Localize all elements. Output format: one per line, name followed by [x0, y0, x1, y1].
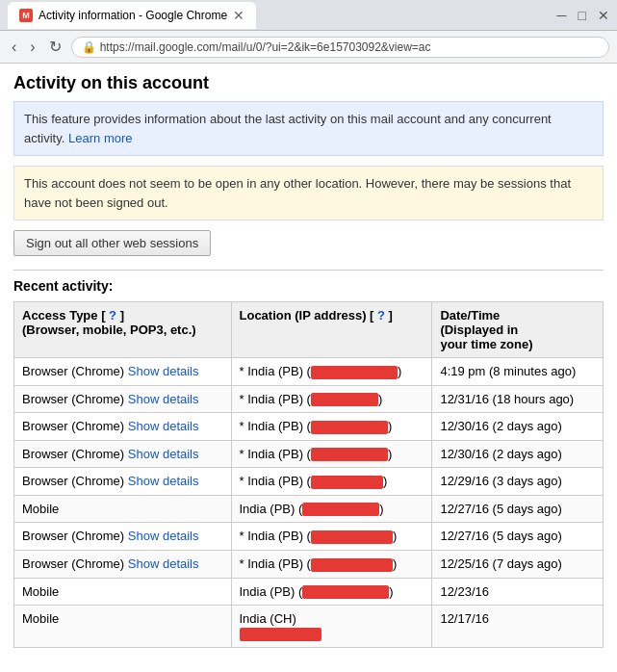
tab-close-icon[interactable]: ✕ [233, 8, 244, 23]
browser-tab[interactable]: M Activity information - Google Chrome ✕ [8, 2, 256, 29]
cell-location: * India (PB) () [231, 413, 432, 441]
recent-activity-label: Recent activity: [13, 278, 604, 294]
access-type-text: Browser (Chrome) [22, 474, 128, 488]
show-details-link[interactable]: Show details [128, 529, 199, 543]
location-suffix: ) [378, 392, 382, 406]
access-type-text: Browser (Chrome) [22, 364, 128, 378]
cell-datetime: 12/27/16 (5 days ago) [432, 523, 604, 551]
warning-box: This account does not seem to be open in… [13, 166, 604, 220]
table-row: Browser (Chrome) Show details* India (PB… [14, 413, 604, 441]
cell-access-type: Browser (Chrome) Show details [14, 550, 232, 578]
show-details-link[interactable]: Show details [128, 392, 199, 406]
minimize-icon[interactable]: ─ [557, 8, 567, 23]
location-text: India (PB) ( [240, 584, 303, 599]
col-header-access-type: Access Type [ ? ] (Browser, mobile, POP3… [14, 302, 232, 358]
page-title: Activity on this account [13, 73, 604, 93]
forward-button[interactable]: › [26, 37, 39, 58]
location-suffix: ) [379, 502, 383, 516]
cell-location: * India (PB) () [231, 523, 432, 551]
cell-access-type: Browser (Chrome) Show details [14, 413, 232, 441]
lock-icon: 🔒 [82, 40, 96, 54]
cell-location: India (CH) [231, 606, 432, 648]
cell-location: * India (PB) () [231, 468, 432, 496]
location-text: India (PB) ( [240, 502, 303, 516]
cell-datetime: 12/30/16 (2 days ago) [432, 413, 604, 441]
col-header-location: Location (IP address) [ ? ] [231, 302, 432, 358]
table-row: Browser (Chrome) Show details* India (PB… [14, 358, 604, 386]
redacted-bar [311, 393, 378, 406]
cell-access-type: Mobile [14, 578, 232, 606]
access-type-help-link[interactable]: ? [109, 308, 116, 323]
cell-location: * India (PB) () [231, 358, 432, 386]
section-divider [13, 270, 604, 271]
learn-more-link[interactable]: Learn more [68, 131, 132, 145]
col-header-datetime-sub: (Displayed inyour time zone) [440, 323, 532, 351]
tab-favicon: M [19, 9, 33, 22]
redacted-bar [311, 366, 398, 379]
cell-location: * India (PB) () [231, 550, 432, 578]
location-text: * India (PB) ( [240, 447, 311, 461]
table-row: Browser (Chrome) Show details* India (PB… [14, 523, 604, 551]
location-text: * India (PB) ( [240, 529, 311, 543]
col-header-access-type-sub: (Browser, mobile, POP3, etc.) [22, 323, 196, 337]
location-suffix: ) [388, 419, 392, 433]
activity-table: Access Type [ ? ] (Browser, mobile, POP3… [13, 301, 604, 648]
table-row: MobileIndia (PB) ()12/27/16 (5 days ago) [14, 495, 604, 523]
redacted-bar [311, 448, 388, 461]
location-suffix: ) [383, 474, 387, 488]
table-row: MobileIndia (PB) ()12/23/16 [14, 578, 604, 606]
cell-access-type: Browser (Chrome) Show details [14, 523, 232, 551]
redacted-bar [311, 476, 383, 489]
cell-location: India (PB) () [231, 578, 432, 606]
chrome-addressbar: ‹ › ↻ 🔒 https://mail.google.com/mail/u/0… [0, 31, 617, 64]
cell-access-type: Browser (Chrome) Show details [14, 440, 232, 468]
redacted-bar [311, 558, 393, 572]
redacted-bar [311, 530, 393, 544]
location-suffix: ) [388, 447, 392, 461]
chrome-titlebar: M Activity information - Google Chrome ✕… [0, 0, 617, 31]
address-bar[interactable]: 🔒 https://mail.google.com/mail/u/0/?ui=2… [71, 37, 609, 58]
table-row: Browser (Chrome) Show details* India (PB… [14, 468, 604, 496]
cell-location: * India (PB) () [231, 440, 432, 468]
back-button[interactable]: ‹ [8, 37, 20, 58]
col-header-datetime: Date/Time (Displayed inyour time zone) [432, 302, 604, 358]
maximize-icon[interactable]: □ [578, 8, 586, 23]
page-content: Activity on this account This feature pr… [0, 64, 617, 658]
location-suffix: ) [389, 584, 393, 599]
refresh-button[interactable]: ↻ [45, 36, 65, 58]
cell-datetime: 12/17/16 [432, 606, 604, 648]
location-suffix: ) [398, 364, 401, 378]
window-controls: ─ □ ✕ [557, 8, 609, 23]
cell-datetime: 4:19 pm (8 minutes ago) [432, 358, 604, 386]
cell-access-type: Browser (Chrome) Show details [14, 385, 232, 413]
table-row: Browser (Chrome) Show details* India (PB… [14, 385, 604, 413]
warning-text: This account does not seem to be open in… [24, 176, 571, 210]
location-suffix: ) [393, 529, 397, 543]
cell-access-type: Mobile [14, 606, 232, 648]
address-text: https://mail.google.com/mail/u/0/?ui=2&i… [100, 40, 431, 54]
redacted-bar [302, 503, 379, 516]
table-row: Browser (Chrome) Show details* India (PB… [14, 550, 604, 578]
cell-datetime: 12/23/16 [432, 578, 604, 606]
location-text: India (CH) [240, 611, 296, 626]
close-icon[interactable]: ✕ [598, 8, 609, 23]
show-details-link[interactable]: Show details [128, 447, 199, 461]
show-details-link[interactable]: Show details [128, 556, 199, 571]
cell-access-type: Browser (Chrome) Show details [14, 358, 232, 386]
redacted-bar [240, 628, 321, 641]
location-text: * India (PB) ( [240, 556, 311, 571]
access-type-text: Browser (Chrome) [22, 447, 128, 461]
location-text: * India (PB) ( [240, 392, 311, 406]
cell-location: * India (PB) () [231, 385, 432, 413]
cell-datetime: 12/25/16 (7 days ago) [432, 550, 604, 578]
cell-location: India (PB) () [231, 495, 432, 523]
info-box: This feature provides information about … [13, 101, 604, 156]
show-details-link[interactable]: Show details [128, 474, 199, 488]
show-details-link[interactable]: Show details [128, 419, 199, 433]
redacted-bar [302, 585, 389, 599]
redacted-bar [311, 421, 388, 434]
show-details-link[interactable]: Show details [128, 364, 199, 378]
table-row: Browser (Chrome) Show details* India (PB… [14, 440, 604, 468]
location-help-link[interactable]: ? [377, 308, 385, 323]
sign-out-button[interactable]: Sign out all other web sessions [13, 230, 211, 256]
